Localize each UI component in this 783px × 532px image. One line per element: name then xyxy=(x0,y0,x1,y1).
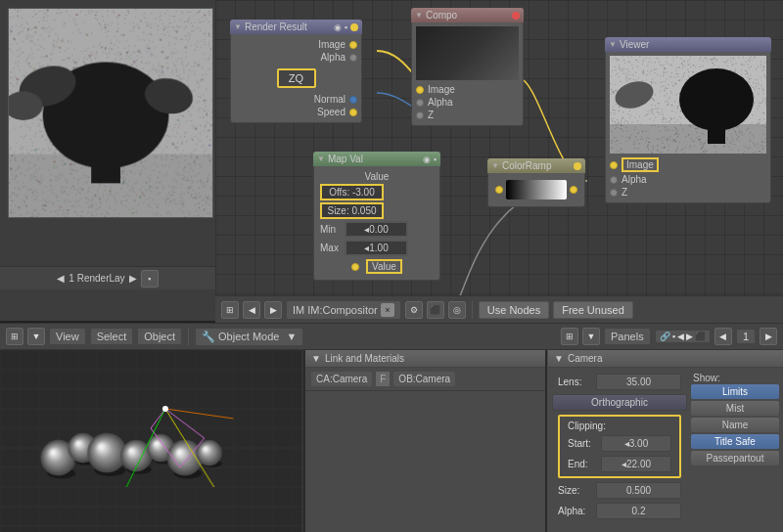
alpha-label: Alpha: xyxy=(558,506,592,516)
render-lay-prev[interactable]: ◀ xyxy=(57,273,65,284)
view-toolbar-grid-icon[interactable]: ⊞ xyxy=(6,328,23,345)
panel-icon-1[interactable]: 🔗 xyxy=(660,332,670,341)
compositor-name-field[interactable]: IM IM:Compositor × xyxy=(286,300,401,320)
render-lay-next[interactable]: ▶ xyxy=(129,273,137,284)
panel-page-back[interactable]: ◀ xyxy=(714,328,732,345)
node-toolbar-grid-icon[interactable]: ⊞ xyxy=(221,301,239,319)
socket-normal-out[interactable] xyxy=(349,96,357,104)
mapval-output-label: Value xyxy=(366,259,402,274)
mapval-flag: ▪ xyxy=(434,155,437,164)
mapval-max-row: Max ◂1.00 xyxy=(318,239,436,257)
end-label: End: xyxy=(568,459,597,469)
panels-btn[interactable]: Panels xyxy=(604,328,651,345)
node-options-icon[interactable]: ◉ xyxy=(334,22,342,32)
node-viewer-header: ▼ Viewer xyxy=(605,37,771,52)
node-colorramp[interactable]: ▼ ColorRamp xyxy=(487,158,585,207)
viewer-socket-alpha[interactable] xyxy=(610,176,618,184)
view-btn[interactable]: View xyxy=(49,328,86,345)
mapval-min-input[interactable]: ◂0.00 xyxy=(345,221,408,238)
compo-collapse-icon: ▼ xyxy=(415,11,423,20)
node-output-normal: Normal xyxy=(235,93,357,106)
node-toolbar-settings-icon[interactable]: ⚙ xyxy=(405,301,423,319)
socket-speed-out[interactable] xyxy=(349,109,357,116)
mode-dropdown-arrow: ▼ xyxy=(286,331,297,342)
compo-socket-z-in[interactable] xyxy=(416,111,424,119)
compositor-close-btn[interactable]: × xyxy=(381,303,394,317)
node-compo[interactable]: ▼ Compo Image Alpha Z xyxy=(411,8,524,126)
mapval-socket-value-out[interactable] xyxy=(351,263,359,271)
colorramp-gradient xyxy=(506,180,567,200)
select-btn[interactable]: Select xyxy=(90,328,134,345)
compo-socket-image-in[interactable] xyxy=(416,86,424,94)
socket-alpha-out[interactable] xyxy=(349,54,357,62)
output-speed-label: Speed xyxy=(235,107,345,117)
object-btn[interactable]: Object xyxy=(137,328,182,345)
socket-image-out[interactable] xyxy=(349,41,357,49)
panel-icon-5[interactable]: ⬛ xyxy=(695,332,706,341)
panels-down-icon[interactable]: ▼ xyxy=(582,328,600,345)
colorramp-dot xyxy=(574,162,581,170)
panel-icon-3[interactable]: ◀ xyxy=(677,332,684,341)
node-viewer[interactable]: ▼ Viewer Image Alpha xyxy=(605,37,771,203)
node-toolbar-camera-icon[interactable]: ◎ xyxy=(448,301,466,319)
mapval-size-input[interactable]: Size: 0.050 xyxy=(320,202,384,219)
mapval-options[interactable]: ◉ xyxy=(423,155,431,164)
compo-alpha-label: Alpha xyxy=(428,97,453,108)
size-value[interactable]: 0.500 xyxy=(596,482,681,499)
node-toolbar-render-icon[interactable]: ⬛ xyxy=(427,301,444,319)
colorramp-label: ColorRamp xyxy=(502,160,552,171)
node-canvas[interactable]: ▼ Render Result ◉ ▪ Image Alpha ZQ xyxy=(215,0,783,323)
mapval-label: Map Val xyxy=(328,154,363,164)
panel-page-fwd[interactable]: ▶ xyxy=(760,328,777,345)
end-value[interactable]: ◂22.00 xyxy=(601,456,671,472)
start-value[interactable]: ◂3.00 xyxy=(601,435,671,452)
node-output-speed: Speed xyxy=(235,106,357,118)
mapval-min-row: Min ◂0.00 xyxy=(318,220,436,239)
limits-btn[interactable]: Limits xyxy=(691,384,779,399)
orthographic-btn[interactable]: Orthographic xyxy=(552,394,687,411)
viewer-label: Viewer xyxy=(620,39,649,50)
view-toolbar-down-icon[interactable]: ▼ xyxy=(27,328,45,345)
passepartout-btn[interactable]: Passepartout xyxy=(691,451,779,466)
lens-label: Lens: xyxy=(558,377,592,387)
node-toolbar-back-icon[interactable]: ◀ xyxy=(243,301,260,319)
zq-button[interactable]: ZQ xyxy=(277,68,316,88)
viewport-3d[interactable] xyxy=(0,350,303,532)
object-mode-dropdown[interactable]: 🔧 Object Mode ▼ xyxy=(195,328,303,346)
camera-label: Camera xyxy=(568,353,603,364)
mapval-value-header: Value xyxy=(318,170,436,183)
viewer-socket-z[interactable] xyxy=(610,189,618,197)
panel-icon-2[interactable]: ▪ xyxy=(672,332,675,341)
panels-grid-icon[interactable]: ⊞ xyxy=(561,328,578,345)
mapval-max-input[interactable]: ◂1.00 xyxy=(345,240,408,256)
colorramp-collapse-icon: ▼ xyxy=(491,161,499,170)
render-lay-icon[interactable]: ▪ xyxy=(141,270,159,288)
viewer-output-z: Z xyxy=(610,186,766,199)
mapval-max-label: Max xyxy=(320,243,342,253)
title-safe-btn[interactable]: Title Safe xyxy=(691,434,779,449)
node-output-image: Image xyxy=(235,38,357,51)
alpha-value[interactable]: 0.2 xyxy=(596,503,681,519)
viewer-socket-image[interactable] xyxy=(610,161,618,169)
node-toolbar-forward-icon[interactable]: ▶ xyxy=(264,301,282,319)
node-viewer-body: Image Alpha Z xyxy=(605,52,771,203)
compo-socket-alpha-in[interactable] xyxy=(416,99,424,107)
mist-btn[interactable]: Mist xyxy=(691,401,779,416)
colorramp-socket-in[interactable] xyxy=(495,186,503,194)
node-mapval[interactable]: ▼ Map Val ◉ ▪ Value Offs: -3.00 Size: 0.… xyxy=(313,152,440,281)
name-btn[interactable]: Name xyxy=(691,418,779,432)
compo-label: Compo xyxy=(426,10,457,21)
compo-color-dot xyxy=(512,12,520,20)
compo-input-image: Image xyxy=(416,83,519,96)
viewer-preview xyxy=(610,56,766,154)
lens-value[interactable]: 35.00 xyxy=(596,374,681,390)
node-render-result[interactable]: ▼ Render Result ◉ ▪ Image Alpha ZQ xyxy=(230,20,362,123)
render-preview xyxy=(8,8,213,218)
output-image-label: Image xyxy=(235,39,345,50)
viewer-z-label: Z xyxy=(622,187,627,198)
colorramp-socket-out[interactable] xyxy=(570,186,577,194)
mapval-offs-input[interactable]: Offs: -3.00 xyxy=(320,184,384,200)
free-unused-btn[interactable]: Free Unused xyxy=(553,301,633,319)
panel-icon-4[interactable]: ▶ xyxy=(686,332,693,341)
use-nodes-btn[interactable]: Use Nodes xyxy=(479,301,549,319)
